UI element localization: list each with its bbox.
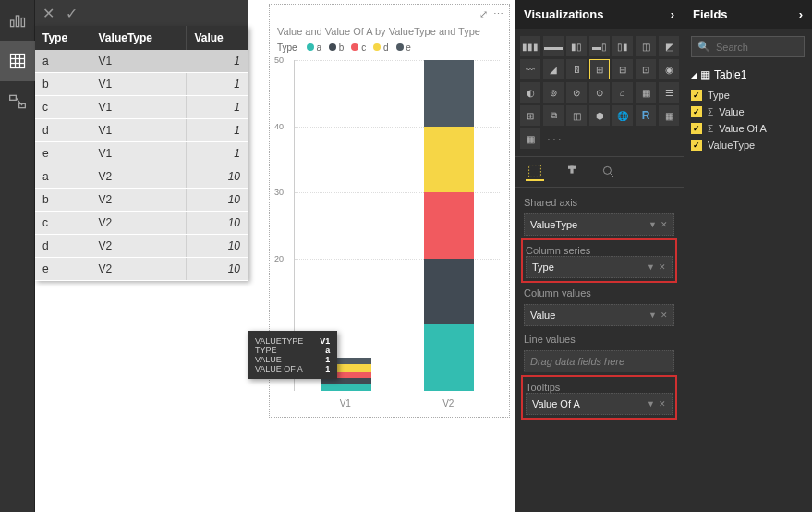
table-row[interactable]: eV11	[35, 142, 248, 165]
tooltips-label: Tooltips	[526, 380, 673, 393]
viz-type-icon[interactable]: ▦	[636, 82, 656, 103]
bar-segment[interactable]	[424, 60, 474, 127]
chart-legend: Type a b c d e	[270, 39, 509, 56]
table-row[interactable]: dV210	[35, 235, 248, 258]
viz-type-icon[interactable]: ▬▯	[589, 36, 610, 56]
field-item[interactable]: ✓Type	[689, 87, 806, 104]
tooltips-well[interactable]: Value Of A▼✕	[526, 393, 673, 415]
chevron-down-icon[interactable]: ▼	[648, 311, 657, 320]
field-item[interactable]: ✓ΣValue	[689, 104, 806, 120]
viz-type-icon[interactable]: ▦	[520, 128, 540, 149]
checkbox[interactable]: ✓	[691, 140, 702, 151]
field-name: Value	[719, 106, 744, 117]
viz-type-icon[interactable]: ⌂	[612, 82, 633, 103]
viz-type-icon[interactable]: ⧉	[543, 105, 564, 126]
commit-icon[interactable]: ✓	[66, 5, 78, 22]
column-values-well[interactable]: Value▼✕	[524, 304, 674, 326]
viz-type-icon[interactable]: 〿	[566, 59, 587, 79]
chevron-down-icon[interactable]: ▼	[647, 399, 655, 408]
format-tab[interactable]	[563, 163, 581, 181]
expand-icon: ◢	[691, 71, 697, 79]
column-header[interactable]: ValueType	[91, 26, 187, 50]
bar-segment[interactable]	[424, 192, 474, 259]
field-list: ✓Type✓ΣValue✓ΣValue Of A✓ValueType	[684, 85, 812, 155]
bar-segment[interactable]	[321, 384, 371, 391]
viz-type-icon[interactable]: ⊞	[520, 105, 540, 126]
checkbox[interactable]: ✓	[691, 106, 702, 117]
remove-icon[interactable]: ✕	[661, 311, 668, 320]
viz-type-icon[interactable]: ▦	[659, 105, 679, 126]
fields-tab[interactable]	[526, 163, 544, 181]
search-box[interactable]: 🔍	[691, 36, 805, 57]
viz-type-icon[interactable]: ◐	[520, 82, 540, 103]
viz-type-icon[interactable]: ⊞	[589, 59, 610, 79]
table-row[interactable]: dV11	[35, 119, 248, 142]
viz-type-icon[interactable]: ⊡	[636, 59, 656, 79]
chevron-down-icon[interactable]: ▼	[648, 220, 657, 229]
bar-segment[interactable]	[424, 324, 474, 391]
bar-segment[interactable]	[424, 127, 474, 193]
more-viz-icon[interactable]: ...	[543, 128, 564, 149]
search-input[interactable]	[716, 42, 799, 53]
cancel-icon[interactable]: ✕	[42, 5, 55, 22]
viz-type-icon[interactable]: ☰	[659, 82, 679, 103]
report-view-button[interactable]	[0, 0, 35, 41]
svg-line-14	[611, 174, 614, 177]
table-row[interactable]: bV11	[35, 73, 248, 96]
viz-type-icon[interactable]: ⊟	[612, 59, 633, 79]
column-series-well[interactable]: Type▼✕	[526, 256, 673, 278]
column-header[interactable]: Value	[187, 26, 248, 50]
viz-type-icon[interactable]: 〰	[520, 59, 540, 79]
analytics-tab[interactable]	[600, 163, 618, 181]
chevron-down-icon[interactable]: ▼	[647, 262, 655, 272]
table-row[interactable]: cV210	[35, 212, 248, 235]
viz-type-icon[interactable]: ◩	[659, 36, 679, 56]
viz-type-icon[interactable]: ▬▬	[543, 36, 564, 56]
viz-type-icon[interactable]: 🌐	[612, 105, 633, 126]
more-options-icon[interactable]: ⋯	[493, 8, 503, 20]
table-row[interactable]: bV210	[35, 189, 248, 212]
line-values-label: Line values	[524, 332, 674, 345]
collapse-viz-icon[interactable]: ›	[671, 7, 674, 21]
viz-type-icon[interactable]: ⊙	[589, 82, 610, 103]
table-row[interactable]: eV210	[35, 258, 248, 281]
viz-type-icon[interactable]: ▮▮▮	[520, 36, 540, 56]
viz-type-icon[interactable]: R	[636, 105, 656, 126]
collapse-fields-icon[interactable]: ›	[799, 7, 803, 21]
remove-icon[interactable]: ✕	[659, 399, 666, 408]
remove-icon[interactable]: ✕	[659, 262, 666, 272]
bar-segment[interactable]	[424, 259, 474, 325]
shared-axis-well[interactable]: ValueType▼✕	[524, 213, 674, 236]
data-view-button[interactable]	[0, 41, 35, 81]
column-header[interactable]: Type	[35, 26, 91, 50]
viz-type-gallery: ▮▮▮▬▬▮▯▬▯▯▮◫◩〰◢〿⊞⊟⊡◉◐⊚⊘⊙⌂▦☰⊞⧉◫⬢🌐R▦▦...	[515, 29, 684, 156]
viz-panel-title: Visualizations	[524, 7, 603, 21]
checkbox[interactable]: ✓	[691, 90, 702, 101]
field-item[interactable]: ✓ValueType	[689, 137, 806, 153]
data-table: TypeValueTypeValue aV11bV11cV11dV11eV11a…	[35, 26, 248, 281]
viz-type-icon[interactable]: ◢	[543, 59, 564, 79]
svg-rect-11	[529, 165, 541, 177]
viz-type-icon[interactable]: ◫	[636, 36, 656, 56]
remove-icon[interactable]: ✕	[661, 220, 668, 229]
field-wells: Shared axis ValueType▼✕ Column series Ty…	[515, 188, 684, 424]
model-view-button[interactable]	[0, 81, 35, 122]
viz-type-icon[interactable]: ▯▮	[612, 36, 633, 56]
viz-type-icon[interactable]: ◫	[566, 105, 587, 126]
field-item[interactable]: ✓ΣValue Of A	[689, 120, 806, 137]
table-row[interactable]: aV11	[35, 50, 248, 73]
viz-type-icon[interactable]: ⊘	[566, 82, 587, 103]
viz-type-icon[interactable]: ⊚	[543, 82, 564, 103]
sigma-icon: Σ	[708, 124, 713, 134]
line-values-well[interactable]: Drag data fields here	[524, 350, 674, 372]
table-row[interactable]: aV210	[35, 165, 248, 189]
svg-rect-0	[11, 20, 14, 27]
viz-type-icon[interactable]: ▮▯	[566, 36, 587, 56]
viz-type-icon[interactable]: ⬢	[589, 105, 610, 126]
checkbox[interactable]: ✓	[691, 123, 702, 134]
focus-mode-icon[interactable]: ⤢	[479, 8, 488, 20]
table-row[interactable]: cV11	[35, 96, 248, 119]
table-icon: ▦	[700, 68, 710, 81]
table-header[interactable]: ◢ ▦ Table1	[684, 65, 812, 85]
viz-type-icon[interactable]: ◉	[659, 59, 679, 79]
